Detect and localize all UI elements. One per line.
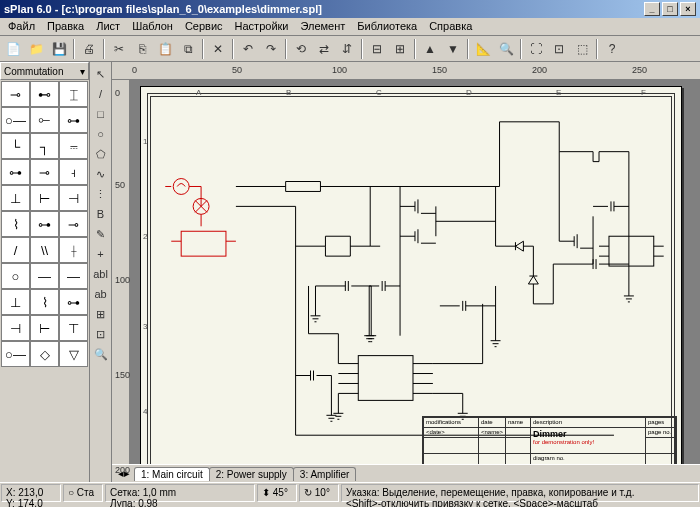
menu-sheet[interactable]: Лист — [90, 19, 126, 34]
copy-icon[interactable]: ⎘ — [131, 38, 153, 60]
close-button[interactable]: × — [680, 2, 696, 16]
draw-tool[interactable]: ⊞ — [91, 304, 111, 324]
library-symbol[interactable]: ⟜ — [30, 107, 59, 133]
library-symbol[interactable]: ⊷ — [30, 81, 59, 107]
front-icon[interactable]: ▲ — [419, 38, 441, 60]
menu-help[interactable]: Справка — [423, 19, 478, 34]
library-symbol[interactable]: ⊣ — [1, 315, 30, 341]
menu-template[interactable]: Шаблон — [126, 19, 179, 34]
group-icon[interactable]: ⊟ — [366, 38, 388, 60]
redo-icon[interactable]: ↷ — [260, 38, 282, 60]
svg-point-0 — [173, 179, 189, 195]
menu-element[interactable]: Элемент — [294, 19, 351, 34]
back-icon[interactable]: ▼ — [442, 38, 464, 60]
library-symbol[interactable]: ⌇ — [1, 211, 30, 237]
open-icon[interactable]: 📁 — [25, 38, 47, 60]
svg-rect-4 — [609, 236, 654, 266]
library-symbol[interactable]: / — [1, 237, 30, 263]
library-symbol[interactable]: ┐ — [30, 133, 59, 159]
library-symbol[interactable]: ⊸ — [30, 159, 59, 185]
library-symbol[interactable]: — — [30, 263, 59, 289]
library-symbol[interactable]: ○— — [1, 341, 30, 367]
library-symbol[interactable]: ◇ — [30, 341, 59, 367]
draw-tool[interactable]: ○ — [91, 124, 111, 144]
help-icon[interactable]: ? — [601, 38, 623, 60]
status-grid: Сетка: 1,0 mm — [110, 487, 250, 498]
draw-tool[interactable]: + — [91, 244, 111, 264]
draw-tool[interactable]: ⋮ — [91, 184, 111, 204]
tab-main-circuit[interactable]: 1: Main circuit — [134, 467, 210, 481]
draw-tool[interactable]: abl — [91, 264, 111, 284]
maximize-button[interactable]: □ — [662, 2, 678, 16]
library-symbol[interactable]: ⌶ — [59, 81, 88, 107]
menu-library[interactable]: Библиотека — [351, 19, 423, 34]
library-symbol[interactable]: ⊶ — [30, 211, 59, 237]
save-icon[interactable]: 💾 — [48, 38, 70, 60]
tab-power-supply[interactable]: 2: Power supply — [209, 467, 294, 481]
zoom-all-icon[interactable]: ⊡ — [548, 38, 570, 60]
library-symbol[interactable]: ⊸ — [1, 81, 30, 107]
rotate-icon[interactable]: ⟲ — [290, 38, 312, 60]
new-icon[interactable]: 📄 — [2, 38, 24, 60]
menu-file[interactable]: Файл — [2, 19, 41, 34]
measure-icon[interactable]: 📐 — [472, 38, 494, 60]
draw-tool[interactable]: ⊡ — [91, 324, 111, 344]
draw-tool[interactable]: B — [91, 204, 111, 224]
mirror-v-icon[interactable]: ⇵ — [336, 38, 358, 60]
schematic-drawing — [141, 87, 681, 464]
draw-tool[interactable]: ab — [91, 284, 111, 304]
library-symbol[interactable]: ⊶ — [59, 289, 88, 315]
status-scale: ⬍ 45° — [257, 484, 297, 502]
library-symbol[interactable]: \\ — [30, 237, 59, 263]
menu-settings[interactable]: Настройки — [229, 19, 295, 34]
duplicate-icon[interactable]: ⧉ — [177, 38, 199, 60]
title-block: modifications date name description page… — [422, 416, 677, 464]
library-title: Commutation — [4, 66, 63, 77]
tab-amplifier[interactable]: 3: Amplifier — [293, 467, 356, 481]
library-symbol[interactable]: ⫞ — [59, 159, 88, 185]
draw-tool[interactable]: / — [91, 84, 111, 104]
draw-tool[interactable]: ↖ — [91, 64, 111, 84]
library-symbol[interactable]: ⊤ — [59, 315, 88, 341]
draw-tool[interactable]: ✎ — [91, 224, 111, 244]
library-symbol[interactable]: ⊢ — [30, 315, 59, 341]
draw-tool[interactable]: □ — [91, 104, 111, 124]
ungroup-icon[interactable]: ⊞ — [389, 38, 411, 60]
zoom-sel-icon[interactable]: ⬚ — [571, 38, 593, 60]
library-symbol[interactable]: ⊥ — [1, 185, 30, 211]
undo-icon[interactable]: ↶ — [237, 38, 259, 60]
library-symbol[interactable]: ⊶ — [1, 159, 30, 185]
draw-tool[interactable]: 🔍 — [91, 344, 111, 364]
status-bar: X: 213,0 Y: 174,0 ○ Ста Сетка: 1,0 mm Лу… — [0, 482, 700, 503]
delete-icon[interactable]: ✕ — [207, 38, 229, 60]
menu-edit[interactable]: Правка — [41, 19, 90, 34]
mirror-h-icon[interactable]: ⇄ — [313, 38, 335, 60]
print-icon[interactable]: 🖨 — [78, 38, 100, 60]
draw-tool[interactable]: ∿ — [91, 164, 111, 184]
library-symbol[interactable]: ⎓ — [59, 133, 88, 159]
library-symbol[interactable]: ○ — [1, 263, 30, 289]
library-symbol[interactable]: ⊢ — [30, 185, 59, 211]
cut-icon[interactable]: ✂ — [108, 38, 130, 60]
status-std[interactable]: ○ Ста — [63, 484, 103, 502]
library-symbol[interactable]: ⊥ — [1, 289, 30, 315]
library-symbol[interactable]: ⟊ — [59, 237, 88, 263]
svg-rect-2 — [181, 231, 226, 256]
library-symbol[interactable]: ⊶ — [59, 107, 88, 133]
menu-tools[interactable]: Сервис — [179, 19, 229, 34]
library-symbol[interactable]: ⌇ — [30, 289, 59, 315]
drawing-canvas[interactable]: A B C D E F 1 2 3 4 — [130, 80, 700, 464]
find-icon[interactable]: 🔍 — [495, 38, 517, 60]
status-angle: ↻ 10° — [299, 484, 339, 502]
library-symbol[interactable]: └ — [1, 133, 30, 159]
paste-icon[interactable]: 📋 — [154, 38, 176, 60]
library-symbol[interactable]: ▽ — [59, 341, 88, 367]
draw-tool[interactable]: ⬠ — [91, 144, 111, 164]
library-symbol[interactable]: ⊸ — [59, 211, 88, 237]
minimize-button[interactable]: _ — [644, 2, 660, 16]
library-symbol[interactable]: ⊣ — [59, 185, 88, 211]
zoom-page-icon[interactable]: ⛶ — [525, 38, 547, 60]
library-dropdown-icon[interactable]: ▾ — [80, 66, 85, 77]
library-symbol[interactable]: — — [59, 263, 88, 289]
library-symbol[interactable]: ○— — [1, 107, 30, 133]
